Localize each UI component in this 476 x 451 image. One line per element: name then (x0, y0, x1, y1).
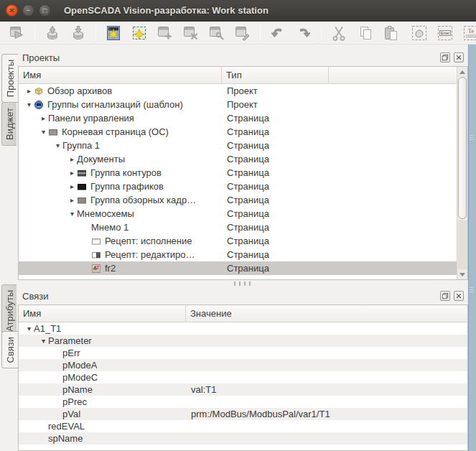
tab-links[interactable]: Связи (1, 331, 18, 368)
text-widget-icon[interactable]: Te (462, 24, 476, 42)
tree-row[interactable]: ▸Группа графиковСтраница (19, 180, 467, 193)
tree-row[interactable]: spName (19, 432, 467, 445)
expand-icon[interactable]: ▸ (67, 183, 77, 190)
window-maximize-button[interactable]: □ (39, 4, 51, 17)
close-icon (455, 292, 462, 299)
name-cell: pModeC (19, 371, 186, 383)
row-label: pModeA (62, 360, 97, 371)
collapse-icon[interactable]: ▾ (39, 129, 48, 136)
tree-row[interactable]: ▸Обзор архивовПроект (19, 84, 467, 98)
tab-projects[interactable]: Проекты (1, 54, 18, 103)
row-label: Корневая страница (ОС) (62, 126, 169, 137)
name-cell: ▸Панели управления (19, 111, 222, 125)
row-label: Мнемо 1 (91, 222, 129, 233)
redo-icon[interactable] (294, 24, 313, 42)
scroll-down-icon[interactable] (457, 269, 467, 279)
column-header-name[interactable]: Имя (19, 305, 186, 322)
column-header-value[interactable]: Значение (186, 305, 467, 322)
page-gray-icon (48, 127, 59, 137)
column-header-name[interactable]: Имя (19, 67, 222, 83)
tree-row[interactable]: ▾Parameter (19, 335, 467, 347)
save-to-db-icon[interactable] (69, 24, 88, 42)
delete-widget-icon[interactable] (182, 24, 200, 42)
collapse-icon[interactable]: ▾ (24, 325, 34, 333)
projects-close-button[interactable] (454, 52, 464, 62)
links-float-button[interactable] (440, 291, 450, 301)
collapse-icon[interactable]: ▾ (67, 210, 77, 218)
expand-icon[interactable]: ▸ (39, 115, 48, 122)
tree-row[interactable]: ▸ДокументыСтраница (19, 152, 467, 166)
row-label: pName (62, 384, 93, 395)
tree-row[interactable]: ▸Панели управленияСтраница (19, 111, 467, 125)
expand-icon[interactable]: ▸ (67, 156, 77, 163)
row-label: fr2 (105, 263, 116, 274)
float-icon (442, 54, 449, 61)
tree-row[interactable]: pModeC (19, 371, 467, 383)
collapse-icon[interactable]: ▾ (39, 338, 48, 345)
tree-row[interactable]: ▸Группа обзорных кадр…Страница (19, 193, 467, 207)
widget-properties-icon[interactable] (207, 24, 226, 42)
cut-icon[interactable] (330, 24, 348, 42)
value-cell (186, 335, 467, 347)
tree-row[interactable]: pErr (19, 347, 467, 359)
new-project-icon (105, 24, 122, 42)
form-element-widget-icon[interactable]: Enter (436, 24, 454, 42)
toolbar-separator (321, 25, 322, 41)
projects-float-button[interactable] (440, 52, 450, 62)
row-label: Группа 1 (62, 140, 100, 151)
collapse-icon[interactable]: ▾ (24, 101, 34, 108)
widget-edit-icon[interactable] (233, 24, 252, 42)
column-header-type[interactable]: Тип (222, 67, 329, 83)
type-cell: Страница (222, 125, 467, 139)
tree-row[interactable]: pNameval:T1 (19, 383, 467, 396)
type-cell: Проект (222, 84, 467, 98)
expand-icon[interactable]: ▸ (24, 88, 34, 95)
copy-icon[interactable] (355, 24, 374, 42)
tab-attributes[interactable]: Атрибуты (1, 284, 17, 338)
scrollbar-thumb[interactable] (458, 77, 467, 219)
tree-row[interactable]: redEVAL (19, 420, 467, 432)
tree-row[interactable]: ▸Группа контуровСтраница (19, 166, 467, 180)
tree-row[interactable]: Рецепт: редактиро…Страница (19, 248, 467, 261)
window-close-button[interactable]: ✕ (6, 4, 18, 17)
tree-row[interactable]: ▾МнемосхемыСтраница (19, 207, 467, 220)
dock-splitter-grip-icon[interactable] (470, 135, 474, 141)
collapse-icon[interactable]: ▾ (53, 142, 62, 149)
expand-icon[interactable]: ▸ (67, 169, 77, 177)
tree-row[interactable]: Мнемо 1Страница (19, 220, 467, 234)
toolbar: EnterTe (0, 22, 476, 45)
value-cell (186, 347, 467, 359)
new-project-icon[interactable] (104, 24, 123, 42)
name-cell: pModeA (19, 359, 186, 371)
tab-widget[interactable]: Виджет (1, 102, 17, 146)
tree-row[interactable]: Tfr2Страница (19, 261, 467, 275)
scrollbar-track[interactable] (458, 220, 467, 269)
panel-splitter[interactable] (18, 280, 468, 287)
load-from-db-icon[interactable] (43, 24, 62, 42)
run-project-icon[interactable] (8, 24, 27, 42)
add-widget-icon[interactable] (156, 24, 174, 42)
tree-row[interactable]: pPrec (19, 396, 467, 408)
tree-row[interactable]: Рецепт: исполнениеСтраница (19, 234, 467, 248)
tree-row[interactable]: ▾Группы сигнализаций (шаблон)Проект (19, 98, 467, 111)
paste-icon[interactable] (381, 24, 400, 42)
projects-panel: Проекты Имя Тип ▸Обзор архивовПроект▾Гру… (18, 49, 468, 280)
tree-row[interactable]: ▾Корневая страница (ОС)Страница (19, 125, 467, 139)
tree-row[interactable]: ▾A1_T1 (19, 322, 467, 335)
window-minimize-button[interactable]: − (22, 4, 34, 17)
tree-row[interactable]: ▾Группа 1Страница (19, 139, 467, 152)
projects-panel-titlebar: Проекты (18, 49, 468, 66)
links-close-button[interactable] (454, 291, 464, 301)
expand-icon[interactable]: ▸ (67, 197, 77, 204)
dock-splitter-grip-icon[interactable] (470, 287, 474, 293)
name-cell: pName (19, 383, 186, 396)
scroll-up-icon[interactable] (457, 67, 467, 77)
projects-vertical-scrollbar[interactable] (457, 67, 467, 279)
new-widget-icon (131, 24, 148, 42)
name-cell: pErr (19, 347, 186, 359)
new-widget-icon[interactable] (130, 24, 149, 42)
tree-row[interactable]: pValprm:/ModBus/ModbusPal/var1/T1 (19, 408, 467, 420)
tree-row[interactable]: pModeA (19, 359, 467, 371)
elfigure-widget-icon[interactable] (410, 24, 429, 42)
undo-icon[interactable] (269, 24, 287, 42)
